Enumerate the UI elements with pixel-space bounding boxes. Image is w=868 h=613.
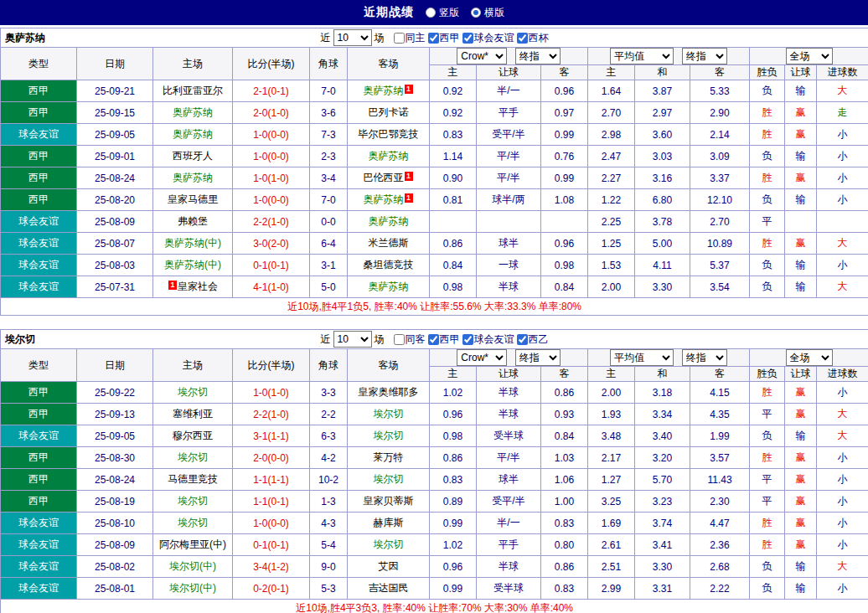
handicap-away-odds: 0.80 — [541, 534, 588, 556]
match-date: 25-08-30 — [77, 447, 153, 469]
team-label: 奥萨苏纳 — [369, 281, 409, 292]
league-filter-friendly[interactable]: 球会友谊 — [462, 31, 514, 45]
goals-result: 大 — [817, 404, 868, 425]
league-filter-segunda[interactable]: 西乙 — [517, 332, 549, 347]
home-team: 奥萨苏纳 — [153, 124, 233, 146]
team-label: 弗赖堡 — [178, 215, 208, 227]
handicap-result: 赢 — [785, 534, 817, 556]
home-team: 比利亚雷亚尔 — [153, 80, 233, 102]
handicap-home-odds: 0.86 — [430, 447, 477, 469]
layout-radio-vertical[interactable]: 竖版 — [426, 6, 459, 20]
corner-score: 1-3 — [310, 491, 348, 513]
team-label: 埃尔切 — [374, 430, 404, 441]
match-row: 西甲25-08-24奥萨苏纳1-0(1-0)3-4巴伦西亚10.90平/半0.9… — [1, 167, 868, 189]
final-handicap-select[interactable]: 终指 — [515, 349, 561, 366]
league-checkbox-friendly[interactable] — [462, 334, 473, 345]
final-handicap-select[interactable]: 终指 — [515, 48, 561, 64]
handicap-result: 赢 — [785, 124, 817, 146]
match-result: 负 — [750, 578, 785, 600]
league-filter-cup[interactable]: 西杯 — [517, 31, 549, 45]
euro-away-odds: 12.10 — [690, 189, 750, 211]
home-team: 皇家马德里 — [153, 189, 233, 211]
league-checkbox-friendly[interactable] — [462, 33, 473, 44]
league-filter-liga[interactable]: 西甲 — [428, 31, 460, 45]
match-count-select[interactable]: 10 — [333, 331, 372, 348]
col-date: 日期 — [77, 48, 153, 80]
euro-away-odds: 4.35 — [690, 404, 750, 425]
match-row: 球会友谊25-08-02埃尔切(中)3-4(1-2)9-0艾因0.96半球0.8… — [1, 556, 868, 578]
league-filter-liga[interactable]: 西甲 — [428, 332, 460, 347]
match-type-badge: 球会友谊 — [1, 556, 77, 578]
bookmaker-select[interactable]: Crow* — [457, 349, 507, 366]
match-date: 25-08-09 — [77, 211, 153, 233]
handicap-home-odds — [430, 211, 477, 233]
final-euro-select[interactable]: 终指 — [682, 48, 727, 64]
average-odds-select[interactable]: 平均值 — [610, 48, 674, 64]
euro-away-odds: 2.30 — [690, 491, 750, 513]
fulltime-select[interactable]: 全场 — [786, 349, 833, 366]
corner-score: 0-0 — [310, 211, 348, 233]
goals-result — [817, 211, 868, 233]
final-euro-select[interactable]: 终指 — [682, 349, 727, 366]
handicap-home-odds: 0.98 — [430, 276, 477, 298]
goals-result: 大 — [817, 276, 868, 298]
home-team: 埃尔切 — [153, 513, 233, 534]
same-venue-checkbox[interactable] — [394, 33, 405, 44]
match-count-select[interactable]: 10 — [333, 29, 372, 46]
match-date: 25-09-13 — [77, 404, 153, 425]
match-score: 0-1(0-1) — [233, 255, 310, 276]
away-team: 奥萨苏纳1 — [348, 80, 430, 102]
match-result: 胜 — [750, 447, 785, 469]
handicap-line: 半球 — [477, 276, 541, 298]
euro-home-odds: 1.25 — [588, 233, 635, 255]
euro-away-odds: 2.14 — [690, 124, 750, 146]
home-team: 埃尔切(中) — [153, 556, 233, 578]
match-type-badge: 球会友谊 — [1, 233, 77, 255]
col-goals: 进球数 — [817, 367, 868, 382]
same-venue-filter[interactable]: 同主 — [394, 31, 426, 45]
same-venue-checkbox[interactable] — [394, 334, 405, 345]
euro-home-odds: 1.64 — [588, 80, 635, 102]
team-label: 桑坦德竞技 — [364, 259, 414, 270]
match-result: 负 — [750, 80, 785, 102]
match-type-badge: 西甲 — [1, 189, 77, 211]
home-team: 西班牙人 — [153, 146, 233, 167]
handicap-result: 赢 — [785, 167, 817, 189]
handicap-away-odds: 0.97 — [541, 102, 588, 124]
col-date: 日期 — [77, 349, 153, 382]
handicap-home-odds: 0.99 — [430, 513, 477, 534]
goals-result: 大 — [817, 425, 868, 447]
bookmaker-select[interactable]: Crow* — [457, 48, 507, 64]
away-team: 埃尔切 — [348, 469, 430, 491]
match-date: 25-09-01 — [77, 146, 153, 167]
match-date: 25-07-31 — [77, 276, 153, 298]
handicap-result: 输 — [785, 556, 817, 578]
league-filter-friendly[interactable]: 球会友谊 — [462, 332, 514, 347]
euro-home-odds: 2.61 — [588, 534, 635, 556]
col-handicap-away: 客 — [541, 367, 588, 382]
euro-away-odds: 1.99 — [690, 425, 750, 447]
euro-home-odds: 2.17 — [588, 447, 635, 469]
team-section-elche: 埃尔切 近 10 场 同客 西甲 — [0, 329, 868, 613]
euro-draw-odds: 5.00 — [635, 233, 690, 255]
euro-home-odds: 2.47 — [588, 146, 635, 167]
layout-radio-horizontal[interactable]: 横版 — [471, 6, 504, 20]
match-score: 1-0(0-0) — [233, 189, 310, 211]
match-type-badge: 西甲 — [1, 167, 77, 189]
handicap-result: 赢 — [785, 491, 817, 513]
league-checkbox-segunda[interactable] — [517, 334, 528, 345]
match-result: 胜 — [750, 167, 785, 189]
same-venue-filter[interactable]: 同客 — [394, 332, 426, 347]
team-label: 埃尔切(中) — [169, 582, 216, 594]
euro-draw-odds: 3.30 — [635, 276, 690, 298]
average-odds-select[interactable]: 平均值 — [610, 349, 674, 366]
col-handicap-result: 让球 — [785, 65, 817, 80]
league-checkbox-liga[interactable] — [428, 334, 439, 345]
home-team: 埃尔切 — [153, 447, 233, 469]
league-checkbox-cup[interactable] — [517, 33, 528, 44]
euro-draw-odds: 3.18 — [635, 382, 690, 404]
match-row: 西甲25-08-19埃尔切1-1(0-1)1-3皇家贝蒂斯0.89受平/半1.0… — [1, 491, 868, 513]
league-checkbox-liga[interactable] — [428, 33, 439, 44]
fulltime-select[interactable]: 全场 — [786, 48, 833, 64]
euro-draw-odds: 3.03 — [635, 146, 690, 167]
